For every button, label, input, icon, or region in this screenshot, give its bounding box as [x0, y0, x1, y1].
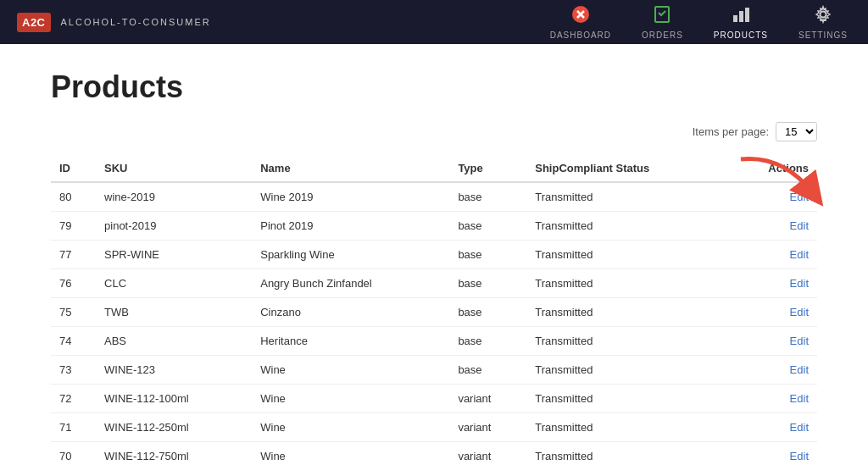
col-header-status: ShipCompliant Status: [526, 155, 729, 182]
cell-type: base: [449, 212, 526, 241]
cell-id: 80: [51, 182, 96, 212]
edit-link[interactable]: Edit: [790, 191, 809, 203]
cell-id: 70: [51, 442, 96, 466]
edit-link[interactable]: Edit: [790, 335, 809, 347]
dashboard-icon: [571, 5, 590, 28]
cell-actions: Edit: [729, 413, 817, 442]
nav-label-settings: SETTINGS: [798, 30, 848, 40]
cell-type: variant: [449, 442, 526, 466]
cell-sku: TWB: [96, 298, 252, 327]
cell-id: 76: [51, 269, 96, 298]
cell-id: 71: [51, 413, 96, 442]
edit-link[interactable]: Edit: [790, 392, 809, 405]
cell-type: base: [449, 182, 526, 212]
cell-status: Transmitted: [526, 298, 729, 327]
edit-link[interactable]: Edit: [790, 219, 809, 232]
svg-rect-4: [733, 15, 737, 22]
cell-actions: Edit: [729, 356, 817, 385]
nav-item-orders[interactable]: ORDERS: [638, 0, 687, 47]
cell-id: 75: [51, 298, 96, 327]
cell-status: Transmitted: [526, 182, 729, 212]
cell-actions: Edit: [729, 182, 817, 212]
table-row: 71 WINE-112-250ml Wine variant Transmitt…: [51, 413, 817, 442]
table-row: 80 wine-2019 Wine 2019 base Transmitted …: [51, 182, 817, 212]
col-header-sku: SKU: [96, 155, 252, 182]
cell-status: Transmitted: [526, 327, 729, 356]
cell-name: Wine 2019: [252, 182, 449, 212]
cell-type: base: [449, 356, 526, 385]
cell-sku: WINE-112-750ml: [96, 442, 252, 466]
cell-name: Pinot 2019: [252, 212, 449, 241]
svg-point-7: [820, 11, 826, 17]
table-row: 75 TWB Cinzano base Transmitted Edit: [51, 298, 817, 327]
cell-type: base: [449, 241, 526, 269]
cell-actions: Edit: [729, 385, 817, 413]
nav-label-dashboard: DASHBOARD: [550, 30, 611, 40]
cell-sku: CLC: [96, 269, 252, 298]
table-row: 76 CLC Angry Bunch Zinfandel base Transm…: [51, 269, 817, 298]
nav-item-dashboard[interactable]: DASHBOARD: [547, 0, 615, 47]
cell-id: 74: [51, 327, 96, 356]
edit-link[interactable]: Edit: [790, 450, 809, 462]
cell-status: Transmitted: [526, 241, 729, 269]
cell-status: Transmitted: [526, 269, 729, 298]
per-page-select[interactable]: 15 10 25 50: [776, 122, 817, 141]
nav-label-orders: ORDERS: [642, 30, 683, 40]
main-nav: DASHBOARD ORDERS PRODUCTS: [547, 0, 851, 47]
cell-id: 77: [51, 241, 96, 269]
nav-item-settings[interactable]: SETTINGS: [795, 0, 851, 47]
orders-icon: [653, 5, 671, 28]
table-header-row: ID SKU Name Type ShipCompliant Status Ac…: [51, 155, 817, 182]
col-header-name: Name: [252, 155, 449, 182]
table-body: 80 wine-2019 Wine 2019 base Transmitted …: [51, 182, 817, 465]
cell-name: Wine: [252, 385, 449, 413]
edit-link[interactable]: Edit: [790, 363, 809, 376]
main-content: Products Items per page: 15 10 25 50 ID …: [0, 44, 868, 465]
edit-link[interactable]: Edit: [790, 421, 809, 434]
edit-link[interactable]: Edit: [790, 277, 809, 290]
cell-name: Angry Bunch Zinfandel: [252, 269, 449, 298]
cell-type: variant: [449, 413, 526, 442]
cell-name: Heritance: [252, 327, 449, 356]
col-header-id: ID: [51, 155, 96, 182]
cell-status: Transmitted: [526, 385, 729, 413]
cell-type: base: [449, 298, 526, 327]
cell-sku: wine-2019: [96, 182, 252, 212]
cell-sku: WINE-112-100ml: [96, 385, 252, 413]
cell-status: Transmitted: [526, 356, 729, 385]
table-row: 77 SPR-WINE Sparkling Wine base Transmit…: [51, 241, 817, 269]
cell-type: base: [449, 327, 526, 356]
cell-actions: Edit: [729, 269, 817, 298]
cell-type: base: [449, 269, 526, 298]
cell-type: variant: [449, 385, 526, 413]
header: A2C ALCOHOL-TO-CONSUMER DASHBOARD ORDERS: [0, 0, 868, 44]
svg-rect-6: [745, 8, 749, 22]
items-per-page-label: Items per page:: [693, 125, 769, 138]
products-table: ID SKU Name Type ShipCompliant Status Ac…: [51, 155, 817, 465]
cell-name: Wine: [252, 442, 449, 466]
nav-label-products: PRODUCTS: [714, 30, 768, 40]
products-table-wrapper: ID SKU Name Type ShipCompliant Status Ac…: [51, 155, 817, 465]
top-bar: Items per page: 15 10 25 50: [51, 122, 817, 141]
cell-id: 79: [51, 212, 96, 241]
col-header-actions: Actions: [729, 155, 817, 182]
svg-rect-5: [739, 11, 743, 22]
cell-id: 72: [51, 385, 96, 413]
table-row: 70 WINE-112-750ml Wine variant Transmitt…: [51, 442, 817, 466]
nav-item-products[interactable]: PRODUCTS: [710, 0, 771, 47]
cell-sku: SPR-WINE: [96, 241, 252, 269]
page-title: Products: [51, 69, 817, 105]
brand-area: A2C ALCOHOL-TO-CONSUMER: [17, 13, 211, 32]
cell-name: Cinzano: [252, 298, 449, 327]
table-row: 72 WINE-112-100ml Wine variant Transmitt…: [51, 385, 817, 413]
table-row: 79 pinot-2019 Pinot 2019 base Transmitte…: [51, 212, 817, 241]
cell-actions: Edit: [729, 212, 817, 241]
cell-actions: Edit: [729, 241, 817, 269]
cell-actions: Edit: [729, 442, 817, 466]
edit-link[interactable]: Edit: [790, 306, 809, 318]
cell-name: Sparkling Wine: [252, 241, 449, 269]
cell-sku: ABS: [96, 327, 252, 356]
edit-link[interactable]: Edit: [790, 248, 809, 261]
cell-sku: WINE-112-250ml: [96, 413, 252, 442]
cell-sku: pinot-2019: [96, 212, 252, 241]
